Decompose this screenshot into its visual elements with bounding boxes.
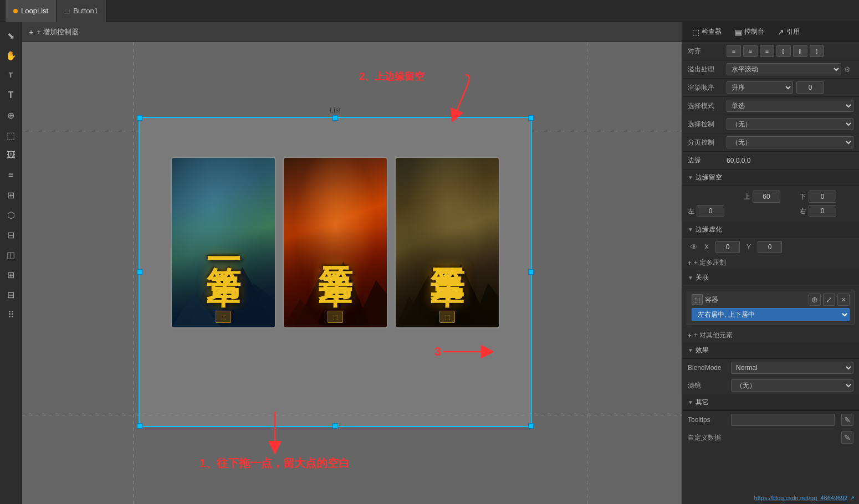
reference-icon: ↗ <box>778 28 784 37</box>
tool-layers[interactable]: ◫ <box>2 246 20 264</box>
filter-label: 滤镜 <box>688 381 727 390</box>
tool-box3d[interactable]: ⬡ <box>2 206 20 224</box>
relation-close-icon[interactable]: × <box>837 294 850 306</box>
tool-sliders[interactable]: ⊟ <box>2 226 20 244</box>
top-bar: LoopList ⬚ Button1 <box>0 0 859 22</box>
url-text[interactable]: https://blog.csdn.net/qq_46649692 <box>754 495 848 501</box>
filter-row: 滤镜 （无） <box>682 377 859 394</box>
handle-bl[interactable] <box>137 423 142 429</box>
overflow-select[interactable]: 水平滚动 <box>727 63 841 75</box>
other-header[interactable]: ▼ 其它 <box>682 394 859 411</box>
add-limit-row[interactable]: + + 定多压制 <box>682 256 859 270</box>
tooltips-edit-icon[interactable]: ✎ <box>841 414 853 426</box>
relation-align-select[interactable]: 左右居中, 上下居中 <box>692 308 850 321</box>
tool-list[interactable]: ≡ <box>2 166 20 184</box>
align-bar-center[interactable]: ⫿ <box>793 45 807 57</box>
right-panel-tabs: ⬚ 检查器 ▤ 控制台 ↗ 引用 <box>682 22 859 42</box>
vline-right <box>587 42 587 504</box>
align-center[interactable]: ≡ <box>743 45 758 57</box>
relation-expand-icon[interactable]: ⤢ <box>823 294 835 306</box>
handle-ml[interactable] <box>137 269 142 275</box>
margin-row: 边缘 60,0,0,0 <box>682 152 859 169</box>
arrow-down-1 <box>258 412 292 456</box>
rp-tab-inspector[interactable]: ⬚ 检查器 <box>687 25 727 39</box>
overflow-gear-icon[interactable]: ⚙ <box>841 63 853 75</box>
tool-anchor[interactable]: ⊕ <box>2 106 20 124</box>
tool-grid[interactable]: ⊞ <box>2 186 20 204</box>
custom-data-icon[interactable]: ✎ <box>841 431 853 444</box>
add-other-element-row[interactable]: + + 对其他元素 <box>682 328 859 342</box>
add-icon: + <box>29 28 33 37</box>
add-controller-bar[interactable]: + + 增加控制器 <box>22 22 682 42</box>
tab-list: LoopList ⬚ Button1 <box>6 0 106 22</box>
select-control-label: 选择控制 <box>688 120 727 129</box>
relation-target-icon[interactable]: ⊕ <box>809 294 821 306</box>
handle-tl[interactable] <box>137 115 142 121</box>
select-mode-row: 选择模式 单选 <box>682 97 859 115</box>
card-3[interactable]: 第三章 ⬚ <box>395 157 500 328</box>
virtual-border-header[interactable]: ▼ 边缘虚化 <box>682 222 859 238</box>
alignment-row: 对齐 ≡ ≡ ≡ ⫿ ⫿ ⫿ <box>682 42 859 60</box>
relation-header[interactable]: ▼ 关联 <box>682 270 859 286</box>
select-mode-select[interactable]: 单选 <box>727 100 853 112</box>
card-2-bottom-icon: ⬚ <box>328 311 343 323</box>
render-order-input[interactable] <box>796 81 824 94</box>
blend-mode-select[interactable]: Normal <box>731 362 853 374</box>
bp-bottom-label: 下 <box>800 192 806 202</box>
bp-top-label: 上 <box>744 192 750 202</box>
tool-image[interactable]: 🖼 <box>2 146 20 164</box>
filter-select[interactable]: （无） <box>731 379 853 392</box>
align-left[interactable]: ≡ <box>727 45 741 57</box>
list-container[interactable]: List <box>139 117 532 427</box>
alignment-label: 对齐 <box>688 47 727 56</box>
tool-hand[interactable]: ✋ <box>2 47 20 64</box>
tool-arrow[interactable]: ⬊ <box>2 27 20 44</box>
align-bar-right[interactable]: ⫿ <box>810 45 824 57</box>
bp-left-input[interactable] <box>697 205 724 217</box>
vb-y-input[interactable] <box>758 241 782 253</box>
tooltips-input[interactable] <box>731 414 835 426</box>
rp-tab-reference[interactable]: ↗ 引用 <box>772 25 805 39</box>
rp-tab-console[interactable]: ▤ 控制台 <box>729 25 770 39</box>
render-order-select[interactable]: 升序 <box>727 81 793 94</box>
tool-table-cols[interactable]: ⊟ <box>2 286 20 304</box>
card-1[interactable]: 第一章 ⬚ <box>171 157 276 328</box>
card-2[interactable]: 第二章 ⬚ <box>283 157 388 328</box>
canvas-content[interactable]: List <box>22 42 682 504</box>
tool-text-small[interactable]: T <box>2 66 20 84</box>
tab-looplist[interactable]: LoopList <box>6 0 57 22</box>
handle-mr[interactable] <box>528 269 534 275</box>
tool-text-large[interactable]: T <box>2 86 20 104</box>
handle-tm[interactable] <box>333 115 338 121</box>
rp-tab-reference-label: 引用 <box>786 27 800 37</box>
handle-tr[interactable] <box>528 115 534 121</box>
card-1-text: 第一章 <box>172 158 275 327</box>
canvas-area: + + 增加控制器 List <box>22 22 682 504</box>
bp-top-input[interactable] <box>753 191 780 203</box>
select-control-select[interactable]: （无） <box>727 118 853 130</box>
vb-x-input[interactable] <box>715 241 740 253</box>
tab-button1[interactable]: ⬚ Button1 <box>57 0 106 22</box>
effects-header[interactable]: ▼ 效果 <box>682 342 859 359</box>
custom-data-row: 自定义数据 ✎ <box>682 429 859 446</box>
virtual-border-row: 👁 X Y <box>682 238 859 256</box>
card-1-bottom-icon: ⬚ <box>216 311 231 323</box>
tool-frame[interactable]: ⬚ <box>2 126 20 144</box>
vb-x-label: X <box>704 243 709 251</box>
align-right[interactable]: ≡ <box>760 45 774 57</box>
card-2-chinese: 第二章 <box>316 239 354 246</box>
handle-br[interactable] <box>528 423 534 429</box>
card-3-text: 第三章 <box>396 158 499 327</box>
bp-right-input[interactable] <box>809 205 836 217</box>
tool-table-rows[interactable]: ⊞ <box>2 266 20 284</box>
annotation-2: 2、上边缘留空 <box>359 70 471 122</box>
page-control-select[interactable]: （无） <box>727 136 853 148</box>
tool-apps[interactable]: ⠿ <box>2 306 20 323</box>
border-padding-header[interactable]: ▼ 边缘留空 <box>682 169 859 186</box>
annotation-1-text: 1、往下拖一点，留大点的空白 <box>200 456 350 471</box>
bp-bottom-input[interactable] <box>809 191 836 203</box>
page-control-label: 分页控制 <box>688 138 727 147</box>
eye-icon[interactable]: 👁 <box>688 241 700 253</box>
align-bar-left[interactable]: ⫿ <box>776 45 791 57</box>
border-padding-grid: 上 下 左 右 <box>682 186 859 222</box>
